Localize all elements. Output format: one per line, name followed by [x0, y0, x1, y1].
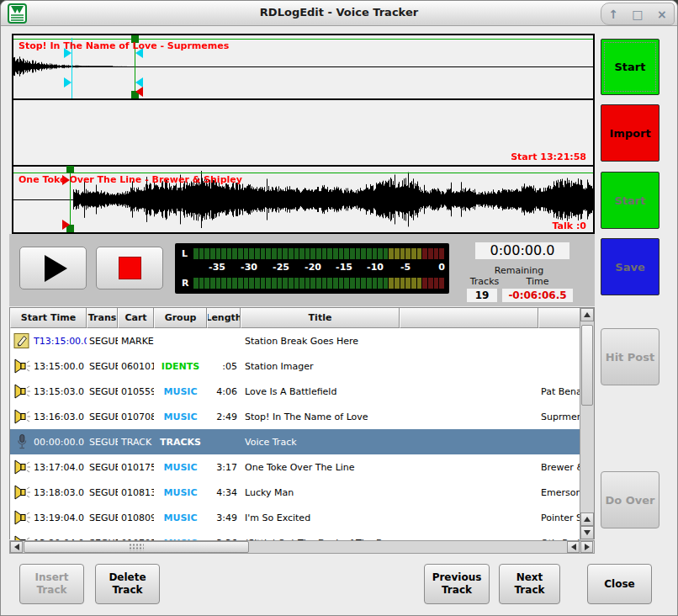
column-header-start-time[interactable]: Start Time: [10, 308, 87, 328]
previous-track-button[interactable]: Previous Track: [424, 564, 490, 604]
track1-segue-marker[interactable]: [135, 87, 143, 97]
close-window-button[interactable]: ×: [657, 8, 667, 20]
waveform-canvas: [13, 35, 593, 232]
cell-cart: MARKER: [118, 336, 154, 347]
meter-tick: -35: [209, 262, 225, 273]
meter-scale: -35-30-25-20-15-10-50: [175, 262, 449, 275]
cell-group: MUSIC: [154, 412, 207, 422]
log-row[interactable]: 13:16:03.0SEGUE010708MUSIC2:49Stop! In T…: [10, 404, 581, 429]
cell-length: 4:06: [207, 386, 241, 397]
titlebar[interactable]: RDLogEdit - Voice Tracker ↑ □ ×: [1, 1, 677, 26]
meter-tick: -25: [273, 262, 289, 273]
cell-title: One Toke Over The Line: [241, 462, 400, 473]
track1-start-button[interactable]: Start: [601, 39, 659, 95]
play-icon: [45, 255, 67, 282]
track1-fadedown-marker[interactable]: [64, 77, 72, 88]
cell-start-time: 13:18:03.0: [34, 487, 87, 498]
track3-start-button[interactable]: Start: [601, 172, 659, 229]
audio-level-meter: L -35-30-25-20-15-10-50 R: [175, 243, 449, 294]
track1-gain-line[interactable]: [13, 39, 593, 40]
log-row[interactable]: 13:19:04.0SEGUE010809MUSIC3:49I'm So Exc…: [10, 505, 581, 530]
shade-window-button[interactable]: ↑: [608, 8, 618, 20]
vertical-scrollbar[interactable]: [580, 308, 594, 540]
mic-icon: [10, 433, 34, 450]
speaker-icon: [10, 510, 34, 525]
cell-cart: 010813: [118, 487, 154, 498]
cell-trans: SEGUE: [87, 361, 118, 372]
column-header-group[interactable]: Group: [154, 308, 207, 328]
cell-group: MUSIC: [154, 386, 207, 397]
play-button[interactable]: [19, 247, 87, 289]
horizontal-scrollbar[interactable]: [9, 540, 595, 554]
track3-title: One Toke Over The Line - Brewer & Shiple…: [19, 174, 242, 185]
save-button[interactable]: Save: [601, 238, 659, 295]
log-row[interactable]: 13:15:00.0SEGUE060101IDENTS:05Station Im…: [10, 353, 581, 379]
vertical-scroll-thumb[interactable]: [581, 325, 593, 406]
thumb-grip: [129, 544, 144, 551]
scroll-up-button[interactable]: [580, 308, 594, 321]
delete-track-button[interactable]: Delete Track: [95, 564, 160, 604]
cell-length: 3:49: [207, 512, 241, 523]
remaining-label: Remaining: [467, 265, 571, 276]
track1-title: Stop! In The Name of Love - Suprmemes: [19, 40, 229, 51]
scroll-down-button[interactable]: [580, 526, 594, 539]
speaker-icon: [10, 485, 34, 500]
speaker-icon: [10, 459, 34, 475]
cell-group: TRACKS: [154, 437, 207, 448]
window-controls: ↑ □ ×: [601, 3, 675, 25]
cell-artist: Pat Benatar: [538, 386, 581, 397]
track3-start-handle-top[interactable]: [66, 166, 74, 173]
horizontal-scroll-thumb[interactable]: [24, 541, 249, 553]
next-track-button[interactable]: Next Track: [499, 564, 560, 604]
time-remaining-value: -0:06:06.5: [502, 289, 573, 302]
meter-right-segments: [193, 278, 444, 289]
track2-start-time-label: Start 13:21:58: [511, 151, 586, 162]
track-separator: [13, 165, 593, 167]
column-header-trans[interactable]: Trans: [87, 308, 118, 328]
log-row[interactable]: 00:00:00.0SEGUETRACKTRACKSVoice Track: [10, 429, 581, 454]
scroll-left-button[interactable]: [10, 541, 23, 553]
import-button[interactable]: Import: [601, 104, 659, 162]
cell-length: 3:17: [207, 462, 241, 473]
column-header-blank[interactable]: [400, 308, 538, 328]
log-row[interactable]: 13:17:04.0SEGUE010175MUSIC3:17One Toke O…: [10, 454, 581, 480]
close-button[interactable]: Close: [587, 564, 652, 604]
log-row[interactable]: 13:15:03.0SEGUE010559MUSIC4:06Love Is A …: [10, 379, 581, 404]
cell-title: Station Imager: [241, 361, 400, 372]
column-header-title[interactable]: Title: [241, 308, 400, 328]
cell-title: Station Break Goes Here: [241, 336, 400, 347]
hit-post-button[interactable]: Hit Post: [601, 328, 659, 385]
arrow-up-icon: [584, 517, 591, 522]
track3-gain-line[interactable]: [13, 173, 593, 173]
arrow-up-icon: [584, 312, 591, 317]
cell-start-time: 13:15:03.0: [34, 386, 87, 397]
stop-button[interactable]: [96, 247, 163, 289]
maximize-window-button[interactable]: □: [632, 8, 643, 20]
meter-right-label: R: [182, 278, 193, 289]
cell-group: IDENTS: [154, 361, 207, 372]
column-header-cart[interactable]: Cart: [118, 308, 154, 328]
cell-trans: SEGUE: [87, 412, 118, 422]
scroll-right-button[interactable]: [580, 541, 593, 553]
cell-trans: SEGUE: [87, 462, 118, 473]
cell-length: 4:34: [207, 487, 241, 498]
arrow-left-icon: [14, 544, 19, 550]
column-header-length[interactable]: Length: [207, 308, 241, 328]
cell-length: 2:49: [207, 412, 241, 422]
meter-tick: 0: [438, 262, 445, 273]
cell-artist: Suprmemes: [538, 412, 581, 422]
track3-talk-marker[interactable]: [62, 220, 70, 230]
log-row[interactable]: 13:18:03.0SEGUE010813MUSIC4:34Lucky ManE…: [10, 480, 581, 505]
cell-cart: 010559: [118, 386, 154, 397]
do-over-button[interactable]: Do Over: [601, 471, 659, 528]
log-row[interactable]: T13:15:00.0SEGUEMARKERStation Break Goes…: [10, 328, 581, 353]
meter-left-label: L: [182, 248, 193, 259]
scroll-up-button-2[interactable]: [580, 512, 594, 526]
log-row[interactable]: 13:20:04.0SEGUE010705MUSIC3:36(Sittin' O…: [10, 530, 581, 540]
scroll-left-button-2[interactable]: [567, 541, 580, 553]
insert-track-button[interactable]: Insert Track: [19, 564, 84, 604]
cell-trans: SEGUE: [87, 487, 118, 498]
waveform-panel: Stop! In The Name of Love - Suprmemes St…: [12, 34, 595, 234]
time-remaining-label: Time: [502, 276, 573, 287]
cell-group: MUSIC: [154, 512, 207, 523]
